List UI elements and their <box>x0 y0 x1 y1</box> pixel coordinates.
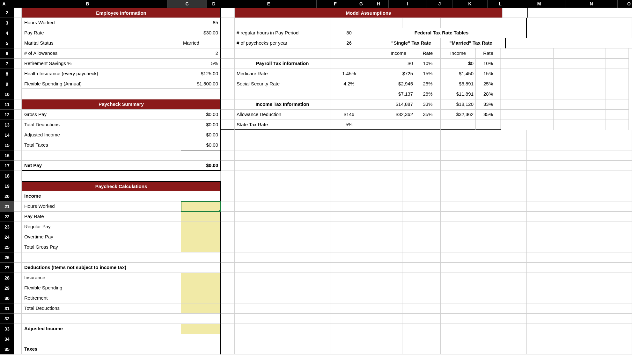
cell[interactable] <box>14 232 22 242</box>
cell[interactable] <box>235 232 330 242</box>
cell[interactable] <box>441 242 466 252</box>
cell[interactable] <box>221 222 235 232</box>
cell[interactable] <box>330 59 368 69</box>
cell[interactable] <box>527 242 579 252</box>
row-header-6[interactable]: 6 <box>0 48 14 59</box>
cell[interactable] <box>527 222 579 232</box>
cell[interactable]: 15% <box>415 69 441 79</box>
cell[interactable] <box>368 212 382 222</box>
cell[interactable] <box>402 283 441 293</box>
cell[interactable] <box>330 293 368 303</box>
payroll-tax-header[interactable]: Payroll Tax information <box>235 59 330 69</box>
cell[interactable] <box>501 263 527 273</box>
cell[interactable] <box>221 8 235 18</box>
cell[interactable]: # regular hours in Pay Period <box>235 28 330 38</box>
cell[interactable] <box>501 242 527 252</box>
cell[interactable] <box>466 324 501 334</box>
cell[interactable] <box>606 99 629 110</box>
cell[interactable] <box>382 344 402 354</box>
cell[interactable]: $7,137 <box>382 89 415 99</box>
cell[interactable] <box>441 263 466 273</box>
row-header-4[interactable]: 4 <box>0 28 14 38</box>
cell[interactable] <box>14 212 22 222</box>
cell[interactable] <box>501 89 554 99</box>
row-header-9[interactable]: 9 <box>0 79 14 89</box>
cell[interactable]: 25% <box>476 79 501 89</box>
cell[interactable] <box>14 222 22 232</box>
cell[interactable] <box>441 181 466 191</box>
cell[interactable] <box>330 18 368 28</box>
cell[interactable]: 10% <box>476 59 501 69</box>
cell[interactable]: $30.00 <box>181 28 221 38</box>
cell[interactable] <box>14 181 22 191</box>
cell[interactable] <box>606 89 629 99</box>
cell[interactable] <box>579 344 631 354</box>
cell[interactable] <box>382 283 402 293</box>
cell[interactable] <box>330 303 368 314</box>
cell[interactable] <box>441 201 466 212</box>
cell[interactable] <box>221 273 235 283</box>
cell[interactable] <box>221 252 235 263</box>
cell[interactable] <box>501 283 527 293</box>
cell[interactable] <box>382 18 402 28</box>
cell[interactable] <box>22 89 181 99</box>
cell[interactable] <box>441 140 466 150</box>
row-header-15[interactable]: 15 <box>0 140 14 150</box>
cell[interactable] <box>554 48 606 59</box>
cell[interactable] <box>368 222 382 232</box>
cell[interactable] <box>382 303 402 314</box>
cell[interactable] <box>330 89 368 99</box>
row-header-29[interactable]: 29 <box>0 283 14 293</box>
cell[interactable] <box>402 140 441 150</box>
cell[interactable] <box>181 303 221 314</box>
cell[interactable]: 28% <box>476 89 501 99</box>
cell[interactable] <box>221 99 235 110</box>
cell[interactable] <box>382 212 402 222</box>
row-header-3[interactable]: 3 <box>0 18 14 28</box>
cell[interactable] <box>501 120 554 130</box>
cell[interactable] <box>368 99 382 110</box>
cell[interactable]: Social Security Rate <box>235 79 330 89</box>
cell[interactable] <box>14 263 22 273</box>
row-header-23[interactable]: 23 <box>0 222 14 232</box>
cell[interactable] <box>221 283 235 293</box>
cell[interactable] <box>235 344 330 354</box>
cell[interactable] <box>501 18 527 28</box>
cell[interactable] <box>181 283 221 293</box>
cell[interactable]: Total Deductions <box>22 120 181 130</box>
cell[interactable] <box>466 283 501 293</box>
cell[interactable] <box>501 293 527 303</box>
cell[interactable] <box>181 242 221 252</box>
cell[interactable] <box>466 293 501 303</box>
income-label-1[interactable]: Income <box>382 48 415 59</box>
cell[interactable] <box>402 273 441 283</box>
cell[interactable] <box>235 242 330 252</box>
cell[interactable] <box>382 293 402 303</box>
cell[interactable]: 5% <box>181 59 221 69</box>
cell[interactable] <box>181 89 221 99</box>
cell[interactable] <box>466 181 501 191</box>
col-header-i[interactable]: I <box>389 0 427 8</box>
cell[interactable]: 33% <box>476 99 501 110</box>
cell[interactable] <box>527 201 579 212</box>
cell[interactable] <box>221 191 235 201</box>
cell[interactable] <box>14 89 22 99</box>
cell[interactable] <box>221 140 235 150</box>
cell[interactable] <box>501 222 527 232</box>
cell[interactable] <box>14 110 22 120</box>
cell[interactable] <box>14 69 22 79</box>
cell[interactable] <box>14 283 22 293</box>
row-header-2[interactable]: 2 <box>0 8 14 18</box>
cell[interactable] <box>476 120 501 130</box>
cell[interactable] <box>368 89 382 99</box>
cell[interactable]: Pay Rate <box>22 28 181 38</box>
cell[interactable] <box>466 303 501 314</box>
cell[interactable] <box>441 334 466 344</box>
cell[interactable] <box>221 38 235 48</box>
cell[interactable] <box>235 293 330 303</box>
row-header-27[interactable]: 27 <box>0 263 14 273</box>
cell[interactable] <box>579 18 631 28</box>
cell[interactable] <box>501 181 527 191</box>
cell[interactable] <box>221 293 235 303</box>
cell[interactable]: 85 <box>181 18 221 28</box>
